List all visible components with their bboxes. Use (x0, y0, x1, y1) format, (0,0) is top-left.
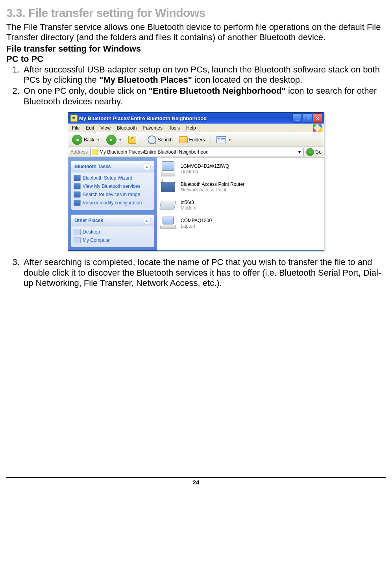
steps-list-1: After successful USB adapter setup on tw… (6, 65, 386, 107)
modem-icon (159, 198, 177, 213)
menu-view[interactable]: View (100, 125, 111, 131)
device-item[interactable]: bt56r3Modem (159, 198, 322, 213)
menubar: File Edit View Bluetooth Favorites Tools… (68, 124, 324, 133)
separator (142, 135, 142, 145)
window-body: Bluetooth Tasks ▲ Bluetooth Setup Wizard… (68, 158, 324, 250)
chevron-down-icon: ▼ (119, 138, 122, 142)
screenshot: My Bluetooth Places\Entire Bluetooth Nei… (6, 112, 386, 251)
step-1: After successful USB adapter setup on tw… (22, 65, 386, 85)
window-icon (70, 115, 78, 122)
menu-file[interactable]: File (72, 125, 80, 131)
computer-icon (74, 237, 81, 243)
menu-bluetooth[interactable]: Bluetooth (117, 125, 137, 131)
forward-button[interactable]: ► ▼ (104, 134, 124, 145)
go-button[interactable]: → Go (306, 148, 322, 156)
intro-paragraph: The File Transfer service allows one Blu… (6, 22, 386, 43)
address-bar: Address My Bluetooth Places\Entire Bluet… (68, 147, 324, 158)
laptop-icon (159, 216, 177, 231)
steps-list-2: After searching is completed, locate the… (6, 257, 386, 288)
access-point-icon (159, 180, 177, 195)
task-setup-wizard[interactable]: Bluetooth Setup Wizard (74, 175, 152, 181)
views-icon (216, 136, 226, 143)
window-title: My Bluetooth Places\Entire Bluetooth Nei… (79, 115, 292, 121)
chevron-down-icon: ▼ (228, 138, 231, 142)
minimize-button[interactable]: _ (292, 113, 302, 123)
other-places-title: Other Places ▲ (71, 215, 154, 226)
task-configuration[interactable]: View or modify configuration (74, 200, 152, 206)
device-type: Laptop (181, 223, 212, 229)
other-places-panel: Other Places ▲ Desktop My Computer (71, 215, 154, 247)
maximize-button[interactable]: □ (303, 113, 312, 123)
wizard-icon (74, 175, 81, 181)
address-text: My Bluetooth Places\Entire Bluetooth Nei… (100, 149, 295, 155)
desktop-icon (159, 161, 177, 176)
up-icon (128, 136, 136, 144)
go-icon: → (306, 148, 314, 156)
collapse-button[interactable]: ▲ (143, 217, 151, 224)
device-name: COMPAQ1200 (181, 218, 212, 223)
device-type: Modem (181, 205, 196, 211)
other-my-computer[interactable]: My Computer (74, 237, 152, 243)
windows-flag-icon (313, 124, 322, 132)
device-item[interactable]: COMPAQ1200Laptop (159, 216, 322, 231)
bluetooth-tasks-title: Bluetooth Tasks ▲ (71, 161, 154, 172)
device-item[interactable]: 1GMVGD4D2W1ZIWQDesktop (159, 161, 322, 176)
collapse-button[interactable]: ▲ (143, 163, 151, 171)
device-name: bt56r3 (181, 200, 196, 205)
subheading-1: File transfer setting for Windows (6, 44, 386, 54)
address-label: Address (70, 149, 88, 155)
close-button[interactable]: × (313, 113, 322, 123)
device-name: 1GMVGD4D2W1ZIWQ (181, 163, 229, 169)
titlebar[interactable]: My Bluetooth Places\Entire Bluetooth Nei… (68, 113, 324, 124)
go-label: Go (315, 149, 322, 155)
config-icon (74, 200, 81, 206)
sidebar: Bluetooth Tasks ▲ Bluetooth Setup Wizard… (68, 158, 157, 250)
forward-icon: ► (106, 135, 116, 145)
other-desktop[interactable]: Desktop (74, 229, 152, 235)
subheading-2: PC to PC (6, 54, 386, 64)
chevron-down-icon: ▼ (97, 138, 100, 142)
folder-icon (179, 136, 188, 143)
menu-help[interactable]: Help (186, 125, 196, 131)
folders-label: Folders (189, 137, 205, 143)
back-label: Back (84, 137, 94, 143)
toolbar: ◄ Back ▼ ► ▼ Search Folders ▼ (68, 133, 324, 147)
device-type: Desktop (181, 169, 229, 174)
xp-window: My Bluetooth Places\Entire Bluetooth Nei… (68, 112, 324, 251)
chevron-down-icon[interactable]: ▾ (297, 149, 302, 155)
device-name: Bluetooth Access Point Router (181, 182, 244, 187)
search-devices-icon (74, 191, 81, 198)
step-2: On one PC only, double click on "Entire … (22, 86, 386, 107)
menu-tools[interactable]: Tools (169, 125, 180, 131)
search-button[interactable]: Search (145, 134, 175, 145)
separator (211, 135, 211, 145)
views-button[interactable]: ▼ (214, 134, 234, 145)
menu-favorites[interactable]: Favorites (143, 125, 163, 131)
desktop-icon (74, 229, 81, 235)
menu-edit[interactable]: Edit (86, 125, 94, 131)
services-icon (74, 183, 81, 189)
bluetooth-tasks-panel: Bluetooth Tasks ▲ Bluetooth Setup Wizard… (71, 161, 154, 210)
back-icon: ◄ (72, 135, 82, 145)
address-icon (92, 149, 98, 155)
section-heading: 3.3. File transfer setting for Windows (6, 6, 386, 20)
step-3: After searching is completed, locate the… (22, 257, 386, 288)
task-search-devices[interactable]: Search for devices in range (74, 191, 152, 198)
up-button[interactable] (126, 134, 139, 145)
search-label: Search (158, 137, 173, 143)
task-view-services[interactable]: View My Bluetooth services (74, 183, 152, 189)
search-icon (148, 135, 156, 144)
device-type: Network Access Point (181, 187, 244, 193)
address-field[interactable]: My Bluetooth Places\Entire Bluetooth Nei… (90, 148, 304, 156)
device-item[interactable]: Bluetooth Access Point RouterNetwork Acc… (159, 180, 322, 195)
device-list: 1GMVGD4D2W1ZIWQDesktop Bluetooth Access … (157, 158, 324, 250)
folders-button[interactable]: Folders (177, 134, 207, 145)
page-number: 24 (6, 477, 386, 486)
back-button[interactable]: ◄ Back ▼ (70, 134, 102, 145)
